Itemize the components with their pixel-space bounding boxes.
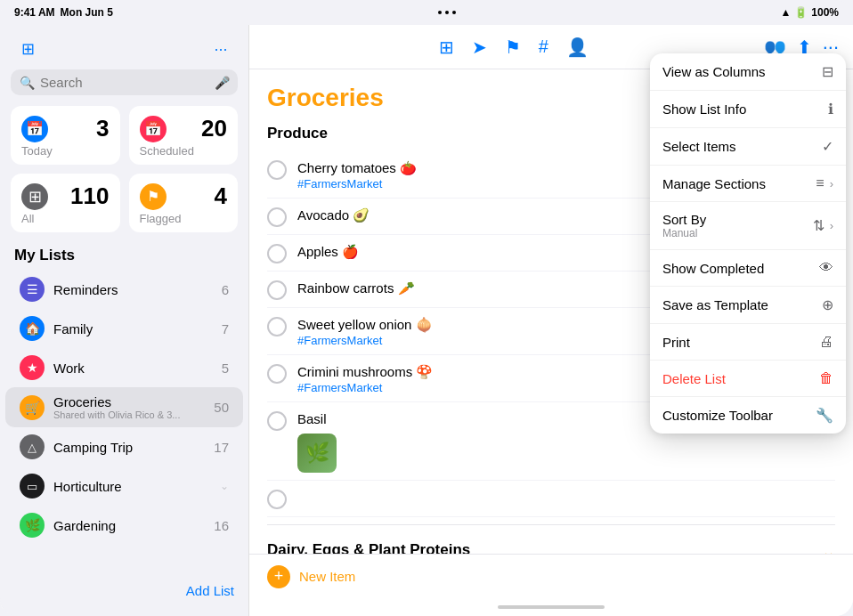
scheduled-count: 20 — [201, 115, 227, 142]
groceries-count: 50 — [214, 400, 229, 415]
location-button[interactable]: ➤ — [472, 36, 487, 58]
sidebar-item-horticulture[interactable]: ▭ Horticulture ⌄ — [5, 466, 243, 506]
dropdown-save-template[interactable]: Save as Template ⊕ — [650, 287, 846, 324]
sidebar-item-reminders[interactable]: ☰ Reminders 6 — [5, 270, 243, 309]
tag-button[interactable]: # — [539, 36, 548, 57]
family-icon: 🏠 — [20, 316, 45, 341]
todo-circle-2[interactable] — [267, 207, 287, 227]
show-list-info-label: Show List Info — [662, 101, 746, 117]
sort-by-label: Sort By — [662, 212, 706, 227]
show-completed-label: Show Completed — [662, 261, 764, 276]
search-bar[interactable]: 🔍 🎤 — [11, 69, 238, 95]
dropdown-print[interactable]: Print 🖨 — [650, 324, 846, 361]
smart-list-scheduled[interactable]: 📅 20 Scheduled — [129, 106, 239, 165]
sidebar-item-family[interactable]: 🏠 Family 7 — [5, 309, 243, 348]
gardening-icon: 🌿 — [20, 513, 45, 538]
delete-list-label: Delete List — [662, 371, 726, 386]
list-icon: ≡ — [816, 175, 824, 191]
all-count: 110 — [70, 182, 109, 210]
camping-icon: △ — [20, 434, 45, 459]
dropdown-delete-list[interactable]: Delete List 🗑 — [650, 361, 846, 397]
todo-circle-7[interactable] — [267, 411, 287, 431]
work-icon: ★ — [20, 355, 45, 380]
todo-circle-8[interactable] — [267, 490, 287, 509]
smart-list-flagged[interactable]: ⚑ 4 Flagged — [129, 174, 239, 232]
template-icon: ⊕ — [822, 296, 833, 313]
manage-sections-chevron-icon: › — [830, 177, 833, 190]
search-icon: 🔍 — [20, 76, 35, 90]
sidebar-item-work[interactable]: ★ Work 5 — [5, 348, 243, 387]
smart-list-all[interactable]: ⊞ 110 All — [11, 174, 120, 232]
sort-by-sublabel: Manual — [662, 227, 706, 239]
dairy-collapse-button[interactable]: ⌄ — [822, 542, 835, 554]
work-count: 5 — [222, 361, 229, 376]
save-template-label: Save as Template — [662, 297, 768, 312]
all-label: All — [21, 212, 110, 225]
sidebar-item-gardening[interactable]: 🌿 Gardening 16 — [5, 506, 243, 545]
dairy-section-header: Dairy, Eggs & Plant Proteins — [267, 541, 470, 554]
sidebar-more-button[interactable]: ··· — [207, 36, 234, 62]
today-count: 3 — [96, 115, 109, 142]
groceries-label: Groceries — [53, 394, 205, 409]
reminders-icon: ☰ — [20, 277, 45, 302]
flagged-icon: ⚑ — [140, 183, 167, 210]
person-button[interactable]: 👤 — [566, 36, 589, 58]
grid-view-button[interactable]: ⊞ — [439, 36, 454, 58]
dropdown-customize-toolbar[interactable]: Customize Toolbar 🔧 — [650, 397, 846, 434]
camping-count: 17 — [214, 440, 229, 455]
groceries-icon: 🛒 — [20, 395, 45, 420]
family-count: 7 — [222, 321, 229, 336]
flagged-count: 4 — [215, 182, 227, 210]
sidebar-toggle-button[interactable]: ⊞ — [14, 36, 41, 62]
print-icon: 🖨 — [819, 334, 833, 350]
flag-button[interactable]: ⚑ — [505, 36, 521, 58]
todo-circle-6[interactable] — [267, 364, 287, 384]
dropdown-manage-sections[interactable]: Manage Sections ≡ › — [650, 166, 846, 202]
dropdown-menu: View as Columns ⊟ Show List Info ℹ Selec… — [650, 53, 846, 434]
todo-circle-3[interactable] — [267, 244, 287, 263]
scheduled-icon: 📅 — [140, 116, 167, 142]
view-columns-label: View as Columns — [662, 64, 766, 79]
dropdown-view-columns[interactable]: View as Columns ⊟ — [650, 53, 846, 91]
todo-circle-1[interactable] — [267, 160, 287, 180]
info-icon: ℹ — [828, 101, 833, 118]
sort-by-chevron-icon: › — [830, 219, 833, 232]
home-indicator — [249, 598, 853, 616]
dropdown-sort-by[interactable]: Sort By Manual ⇅ › — [650, 202, 846, 250]
search-input[interactable] — [40, 75, 209, 90]
new-item-plus-button[interactable]: + — [267, 565, 290, 588]
battery-icon: 🔋 — [794, 6, 808, 19]
home-bar — [498, 605, 605, 609]
add-list-button[interactable]: Add List — [0, 572, 248, 609]
dairy-section-divider: Dairy, Eggs & Plant Proteins ⌄ — [267, 524, 835, 554]
dropdown-show-completed[interactable]: Show Completed 👁 — [650, 250, 846, 287]
sidebar-item-camping[interactable]: △ Camping Trip 17 — [5, 427, 243, 466]
scheduled-label: Scheduled — [140, 144, 228, 158]
sidebar-header: ⊞ ··· — [0, 32, 248, 69]
today-icon: 📅 — [21, 116, 48, 142]
smart-lists-grid: 📅 3 Today 📅 20 Scheduled ⊞ 110 — [0, 106, 248, 245]
new-item-label[interactable]: New Item — [299, 569, 355, 584]
todo-circle-4[interactable] — [267, 280, 287, 300]
basil-image: 🌿 — [297, 434, 337, 473]
sort-icon: ⇅ — [813, 217, 825, 234]
battery-percentage: 100% — [811, 6, 839, 19]
status-time: 9:41 AM — [14, 6, 55, 19]
dropdown-show-list-info[interactable]: Show List Info ℹ — [650, 91, 846, 128]
horticulture-chevron-icon: ⌄ — [220, 480, 229, 492]
customize-toolbar-label: Customize Toolbar — [662, 408, 773, 423]
eye-icon: 👁 — [819, 260, 833, 276]
status-bar: 9:41 AM Mon Jun 5 ▲ 🔋 100% — [0, 0, 853, 25]
flagged-label: Flagged — [140, 212, 228, 225]
camping-label: Camping Trip — [53, 440, 205, 455]
smart-list-today[interactable]: 📅 3 Today — [11, 106, 120, 165]
all-icon: ⊞ — [21, 183, 48, 210]
reminders-count: 6 — [222, 282, 229, 297]
sidebar-item-groceries[interactable]: 🛒 Groceries Shared with Olivia Rico & 3.… — [5, 387, 243, 427]
dropdown-select-items[interactable]: Select Items ✓ — [650, 128, 846, 166]
checkmark-circle-icon: ✓ — [822, 138, 833, 155]
manage-sections-label: Manage Sections — [662, 176, 766, 191]
today-label: Today — [21, 144, 110, 158]
microphone-icon[interactable]: 🎤 — [215, 76, 230, 90]
todo-circle-5[interactable] — [267, 317, 287, 336]
